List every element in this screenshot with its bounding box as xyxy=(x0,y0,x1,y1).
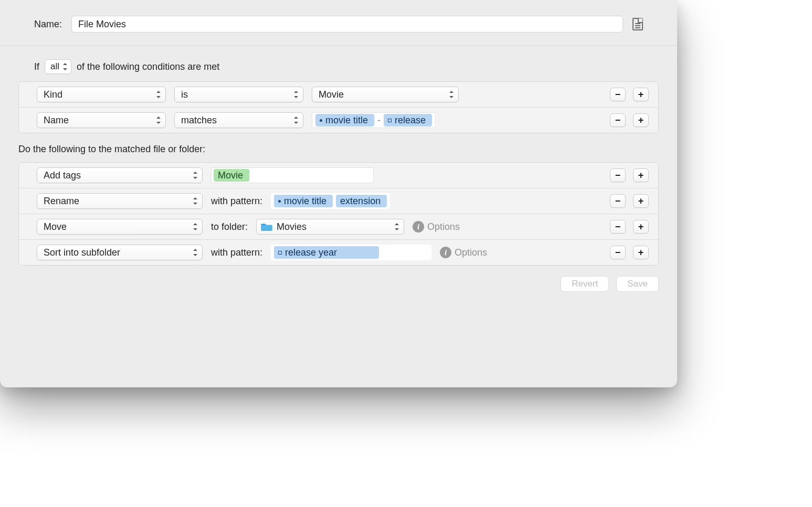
add-action-button[interactable]: + xyxy=(633,220,649,234)
token-label: movie title xyxy=(325,115,368,126)
token-label: release xyxy=(395,115,426,126)
chevron-up-down-icon xyxy=(193,197,197,205)
token-label: Movie xyxy=(218,170,243,181)
dot-icon xyxy=(320,119,322,122)
with-pattern-label: with pattern: xyxy=(211,196,262,207)
info-icon[interactable]: i xyxy=(440,247,451,258)
add-action-button[interactable]: + xyxy=(633,246,649,259)
action-type-select[interactable]: Rename xyxy=(37,193,203,209)
footer-buttons: Revert Save xyxy=(18,276,659,292)
remove-action-button[interactable]: − xyxy=(610,168,626,182)
action-type-select[interactable]: Sort into subfolder xyxy=(37,245,203,260)
token-release-year[interactable]: release year xyxy=(274,246,379,259)
add-action-button[interactable]: + xyxy=(633,168,649,182)
rule-editor-window: Name: If all of the following conditions… xyxy=(0,0,677,387)
rule-name-input[interactable] xyxy=(71,16,623,33)
if-prefix: If xyxy=(34,61,39,72)
dropdown-value: Sort into subfolder xyxy=(44,247,120,258)
rename-pattern-field[interactable]: movie title extension xyxy=(271,193,390,209)
chevron-up-down-icon xyxy=(294,91,298,98)
conditions-any-all-select[interactable]: all xyxy=(45,59,71,74)
if-sentence: If all of the following conditions are m… xyxy=(34,59,659,74)
token-release[interactable]: release xyxy=(384,114,432,126)
remove-action-button[interactable]: − xyxy=(610,220,626,234)
condition-attribute-select[interactable]: Name xyxy=(37,112,166,128)
action-type-select[interactable]: Move xyxy=(37,219,203,235)
name-label: Name: xyxy=(34,19,62,30)
chevron-up-down-icon xyxy=(294,117,298,124)
condition-row: Kind is Movie − + xyxy=(19,82,658,107)
dropdown-value: Kind xyxy=(44,89,62,100)
token-separator: - xyxy=(377,115,381,126)
condition-value-select[interactable]: Movie xyxy=(312,87,459,102)
pattern-token-field[interactable]: movie title - release xyxy=(312,112,436,128)
content-area: If all of the following conditions are m… xyxy=(0,46,677,302)
square-icon xyxy=(278,251,282,255)
header-row: Name: xyxy=(0,0,677,46)
subfolder-pattern-field[interactable]: release year xyxy=(271,245,431,260)
token-extension[interactable]: extension xyxy=(336,195,387,207)
chevron-up-down-icon xyxy=(395,223,399,230)
action-row: Rename with pattern: movie title extensi… xyxy=(19,188,658,214)
action-row: Add tags Movie − + xyxy=(19,163,658,188)
condition-attribute-select[interactable]: Kind xyxy=(37,87,166,102)
chevron-up-down-icon xyxy=(193,249,197,256)
save-button[interactable]: Save xyxy=(616,276,659,292)
add-condition-button[interactable]: + xyxy=(633,88,649,101)
action-type-select[interactable]: Add tags xyxy=(37,167,203,183)
tag-token-movie[interactable]: Movie xyxy=(214,169,249,182)
remove-action-button[interactable]: − xyxy=(610,246,626,259)
condition-row: Name matches movie title - xyxy=(19,107,658,133)
dropdown-value: Name xyxy=(44,115,69,126)
chevron-up-down-icon xyxy=(63,63,67,70)
if-suffix: of the following conditions are met xyxy=(77,61,219,72)
actions-heading: Do the following to the matched file or … xyxy=(18,144,659,155)
condition-operator-select[interactable]: matches xyxy=(174,112,303,128)
destination-folder-select[interactable]: Movies xyxy=(256,219,404,235)
options-label[interactable]: Options xyxy=(455,247,487,258)
chevron-up-down-icon xyxy=(156,117,161,124)
chevron-up-down-icon xyxy=(449,91,454,98)
remove-action-button[interactable]: − xyxy=(610,194,626,208)
revert-button[interactable]: Revert xyxy=(561,276,609,292)
chevron-up-down-icon xyxy=(156,91,161,98)
chevron-up-down-icon xyxy=(193,223,197,230)
token-label: movie title xyxy=(284,196,326,207)
with-pattern-label: with pattern: xyxy=(211,247,262,258)
folder-icon xyxy=(261,222,272,231)
token-movie-title[interactable]: movie title xyxy=(315,114,374,126)
dropdown-value: Movies xyxy=(277,221,307,233)
do-label: Do the following to the matched file or … xyxy=(18,144,205,155)
action-row: Move to folder: Movies i Opt xyxy=(19,214,658,239)
dropdown-value: Movie xyxy=(319,89,344,100)
square-icon xyxy=(388,119,392,122)
token-label: release year xyxy=(285,247,337,258)
add-condition-button[interactable]: + xyxy=(633,113,649,127)
dot-icon xyxy=(278,200,281,203)
conditions-any-all-value: all xyxy=(50,61,59,72)
dropdown-value: is xyxy=(181,89,188,100)
dropdown-value: Move xyxy=(44,221,67,233)
remove-condition-button[interactable]: − xyxy=(610,88,626,101)
dropdown-value: matches xyxy=(181,115,217,126)
tags-field[interactable]: Movie xyxy=(211,167,374,183)
token-movie-title[interactable]: movie title xyxy=(274,195,333,207)
condition-operator-select[interactable]: is xyxy=(174,87,303,102)
add-action-button[interactable]: + xyxy=(633,194,649,208)
dropdown-value: Rename xyxy=(44,196,79,207)
notes-icon[interactable] xyxy=(632,18,643,30)
info-icon[interactable]: i xyxy=(413,221,424,233)
conditions-table: Kind is Movie − + xyxy=(18,81,659,133)
token-label: extension xyxy=(340,196,381,207)
actions-table: Add tags Movie − + xyxy=(18,162,659,266)
action-row: Sort into subfolder with pattern: releas… xyxy=(19,239,658,265)
chevron-up-down-icon xyxy=(193,172,197,179)
to-folder-label: to folder: xyxy=(211,221,248,233)
options-label[interactable]: Options xyxy=(427,221,460,233)
dropdown-value: Add tags xyxy=(44,170,81,181)
remove-condition-button[interactable]: − xyxy=(610,113,626,127)
